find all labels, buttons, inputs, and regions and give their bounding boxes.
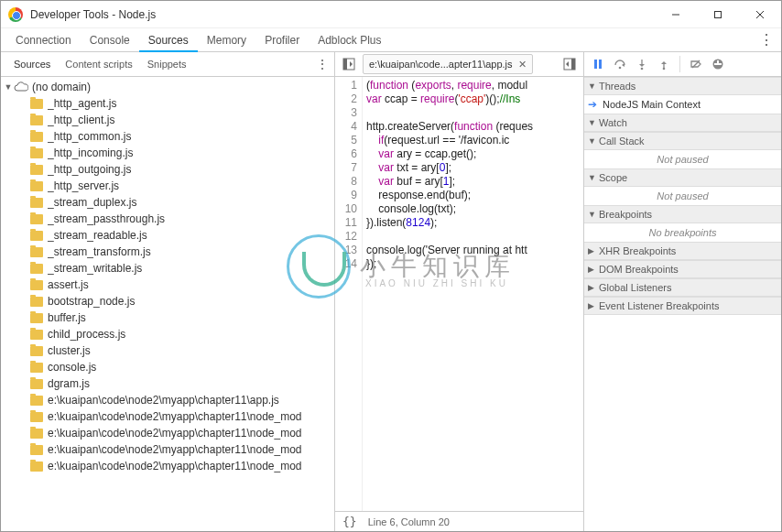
tree-item-label: _http_client.js: [48, 114, 114, 126]
file-tree[interactable]: ▼ (no domain) _http_agent.js_http_client…: [1, 77, 334, 531]
editor-statusbar: {} Line 6, Column 20: [335, 511, 583, 531]
braces-icon[interactable]: {}: [342, 515, 357, 528]
tree-item[interactable]: _stream_passthrough.js: [1, 211, 334, 227]
code-area[interactable]: (function (exports, require, modulvar cc…: [363, 77, 583, 511]
pause-on-exceptions-button[interactable]: [710, 56, 726, 72]
watch-header[interactable]: ▼Watch: [584, 114, 781, 132]
svg-point-13: [619, 67, 622, 70]
debugger-toolbar: [584, 52, 781, 77]
tree-item-label: e:\kuaipan\code\node2\myapp\chapter11\no…: [48, 410, 302, 423]
tree-item[interactable]: _http_common.js: [1, 128, 334, 145]
tree-item[interactable]: bootstrap_node.js: [1, 293, 334, 309]
tab-console[interactable]: Console: [81, 28, 139, 52]
tree-item[interactable]: e:\kuaipan\code\node2\myapp\chapter11\no…: [1, 441, 334, 458]
tree-item[interactable]: _stream_writable.js: [1, 260, 334, 277]
folder-icon: [30, 231, 43, 241]
folder-icon: [30, 148, 43, 158]
tab-sources[interactable]: Sources: [139, 28, 198, 52]
tree-item-label: console.js: [48, 361, 96, 374]
minimize-button[interactable]: [655, 1, 697, 28]
tree-item[interactable]: _stream_readable.js: [1, 227, 334, 244]
tree-item[interactable]: e:\kuaipan\code\node2\myapp\chapter11\no…: [1, 458, 334, 474]
tree-item[interactable]: e:\kuaipan\code\node2\myapp\chapter11\ap…: [1, 392, 334, 408]
step-out-button[interactable]: [656, 56, 672, 72]
tab-adblock[interactable]: Adblock Plus: [309, 28, 390, 52]
event-listener-header[interactable]: ▶Event Listener Breakpoints: [584, 297, 781, 315]
tree-item[interactable]: e:\kuaipan\code\node2\myapp\chapter11\no…: [1, 408, 334, 425]
folder-icon: [30, 115, 43, 125]
tree-item[interactable]: dgram.js: [1, 375, 334, 392]
tree-item[interactable]: buffer.js: [1, 309, 334, 326]
subtab-content-scripts[interactable]: Content scripts: [58, 52, 139, 77]
step-into-button[interactable]: [634, 56, 650, 72]
svg-rect-5: [343, 59, 347, 70]
dom-breakpoints-header[interactable]: ▶DOM Breakpoints: [584, 260, 781, 278]
tree-item-label: _http_server.js: [48, 179, 119, 192]
folder-icon: [30, 247, 43, 257]
thread-item[interactable]: ➔ NodeJS Main Context: [584, 95, 781, 114]
tree-item-label: child_process.js: [48, 328, 125, 341]
folder-icon: [30, 429, 43, 439]
file-tab-label: e:\kuaipan\code...apter11\app.js: [369, 59, 513, 70]
tree-item[interactable]: _http_client.js: [1, 112, 334, 128]
tab-connection[interactable]: Connection: [6, 28, 81, 52]
tree-item[interactable]: _http_outgoing.js: [1, 161, 334, 178]
cursor-position: Line 6, Column 20: [368, 516, 450, 527]
tab-memory[interactable]: Memory: [198, 28, 255, 52]
tree-item[interactable]: assert.js: [1, 277, 334, 293]
folder-icon: [30, 280, 43, 290]
show-navigator-button[interactable]: [339, 54, 359, 74]
show-debugger-button[interactable]: [559, 54, 580, 74]
global-listeners-header[interactable]: ▶Global Listeners: [584, 278, 781, 297]
tree-item[interactable]: console.js: [1, 359, 334, 375]
xhr-breakpoints-header[interactable]: ▶XHR Breakpoints: [584, 242, 781, 260]
tree-item[interactable]: _http_agent.js: [1, 95, 334, 112]
subtab-sources[interactable]: Sources: [6, 52, 58, 77]
svg-point-16: [641, 68, 644, 71]
file-tabbar: e:\kuaipan\code...apter11\app.js ✕: [335, 52, 583, 77]
tree-item-label: bootstrap_node.js: [48, 295, 135, 308]
svg-rect-8: [571, 59, 575, 70]
tree-item[interactable]: _http_server.js: [1, 178, 334, 194]
close-button[interactable]: [739, 1, 781, 28]
debugger-panel: ▼Threads ➔ NodeJS Main Context ▼Watch ▼C…: [583, 52, 781, 531]
tree-item-label: assert.js: [48, 278, 89, 291]
code-editor[interactable]: 1234567891011121314 (function (exports, …: [335, 77, 583, 511]
tree-item-label: _http_incoming.js: [48, 147, 133, 159]
tab-profiler[interactable]: Profiler: [255, 28, 309, 52]
tree-item-label: _stream_passthrough.js: [48, 212, 165, 225]
tree-item-label: _stream_duplex.js: [48, 196, 136, 209]
tree-item-label: e:\kuaipan\code\node2\myapp\chapter11\no…: [48, 443, 302, 456]
folder-icon: [30, 165, 43, 175]
tree-item[interactable]: _stream_transform.js: [1, 244, 334, 260]
threads-header[interactable]: ▼Threads: [584, 77, 781, 95]
tree-root[interactable]: ▼ (no domain): [1, 79, 334, 95]
scope-header[interactable]: ▼Scope: [584, 168, 781, 187]
deactivate-breakpoints-button[interactable]: [688, 56, 704, 72]
expand-icon[interactable]: ▼: [3, 82, 14, 92]
maximize-button[interactable]: [697, 1, 739, 28]
window-title: Developer Tools - Node.js: [30, 8, 156, 21]
folder-icon: [30, 461, 43, 472]
tree-item-label: _http_common.js: [48, 130, 131, 143]
tree-item-label: dgram.js: [48, 377, 90, 390]
svg-marker-18: [661, 61, 667, 64]
tree-item[interactable]: _http_incoming.js: [1, 145, 334, 161]
thread-label: NodeJS Main Context: [603, 99, 701, 110]
file-tab[interactable]: e:\kuaipan\code...apter11\app.js ✕: [363, 54, 533, 74]
step-over-button[interactable]: [612, 56, 628, 72]
tabs-overflow-icon[interactable]: ⋮: [759, 31, 774, 49]
subtabs-overflow-icon[interactable]: ⋮: [316, 57, 329, 71]
folder-icon: [30, 346, 43, 356]
close-file-icon[interactable]: ✕: [518, 59, 527, 71]
tree-item[interactable]: e:\kuaipan\code\node2\myapp\chapter11\no…: [1, 425, 334, 441]
folder-icon: [30, 264, 43, 274]
subtab-snippets[interactable]: Snippets: [140, 52, 194, 77]
breakpoints-header[interactable]: ▼Breakpoints: [584, 205, 781, 223]
tree-item[interactable]: cluster.js: [1, 342, 334, 359]
pause-button[interactable]: [590, 56, 606, 72]
tree-item[interactable]: child_process.js: [1, 326, 334, 342]
callstack-header[interactable]: ▼Call Stack: [584, 132, 781, 150]
tree-item[interactable]: _stream_duplex.js: [1, 194, 334, 211]
tree-root-label: (no domain): [32, 81, 91, 93]
